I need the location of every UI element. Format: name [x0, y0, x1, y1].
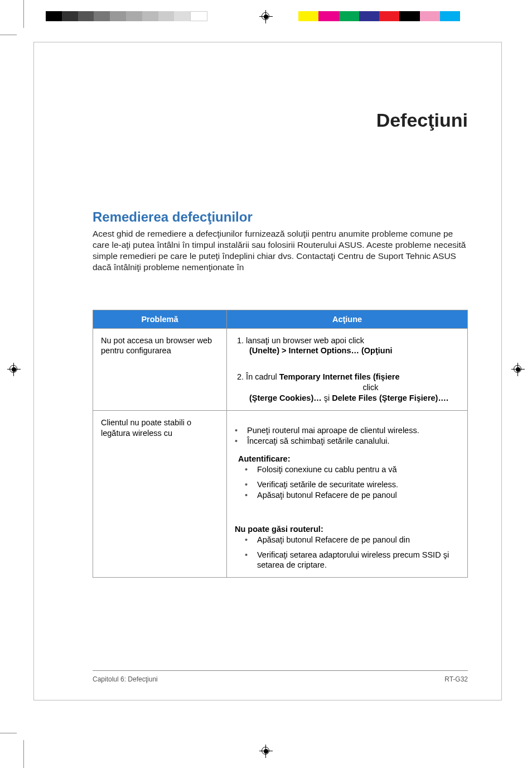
table-row: Clientul nu poate stabili o legătura wir… [93, 410, 468, 577]
registration-mark-icon [259, 10, 273, 23]
sub-heading: Autentificare: [238, 454, 460, 464]
chapter-title: Defecţiuni [34, 109, 468, 131]
crop-mark [23, 0, 24, 28]
registration-mark-icon [259, 745, 273, 758]
table-header-problem: Problemă [93, 310, 227, 328]
step-text: 1. lansaţi un browser web apoi click [237, 336, 364, 345]
step-bold: (Unelte) > Internet Options… (Opţiuni [249, 346, 393, 355]
step-bold: (Şterge Cookies)… [249, 393, 322, 402]
step-text: click [282, 382, 460, 393]
crop-mark [0, 35, 17, 35]
table-row: Nu pot accesa un browser web pentru conf… [93, 328, 468, 410]
step-1: 1. lansaţi un browser web apoi click (Un… [237, 335, 460, 357]
list-item: •Încercaţi să schimbaţi setările canalul… [235, 436, 460, 447]
registration-mark-icon [511, 363, 525, 376]
list-item: •Apăsaţi butonul Refacere de pe panoul d… [245, 535, 460, 545]
page-footer: Capitolul 6: Defecţiuni RT-G32 [93, 670, 468, 683]
section-title: Remedierea defecţiunilor [93, 209, 468, 225]
action-cell: •Puneţi routerul mai aproape de clientul… [227, 410, 468, 577]
troubleshooting-table: Problemă Acţiune Nu pot accesa un browse… [93, 310, 468, 578]
problem-cell: Nu pot accesa un browser web pentru conf… [93, 328, 227, 410]
sub-heading: Nu poate găsi routerul: [235, 524, 460, 535]
step-bold: Delete Files (Şterge Fişiere)…. [332, 393, 448, 402]
grayscale-bar [46, 11, 207, 21]
registration-mark-icon [7, 363, 21, 376]
section: Remedierea defecţiunilor Acest ghid de r… [93, 209, 468, 578]
footer-chapter: Capitolul 6: Defecţiuni [93, 675, 158, 683]
page-content: Defecţiuni Remedierea defecţiunilor Aces… [33, 42, 502, 700]
step-text: şi [322, 393, 332, 402]
footer-model: RT-G32 [444, 675, 468, 683]
table-header-action: Acţiune [227, 310, 468, 328]
problem-cell: Clientul nu poate stabili o legătura wir… [93, 410, 227, 577]
action-cell: 1. lansaţi un browser web apoi click (Un… [227, 328, 468, 410]
list-item: •Apăsaţi butonul Refacere de pe panoul [245, 490, 460, 501]
step-line: (Şterge Cookies)… şi Delete Files (Şterg… [249, 393, 460, 404]
list-item: •Puneţi routerul mai aproape de clientul… [235, 425, 460, 436]
step-bold: Temporary Internet files (fişiere [279, 372, 400, 381]
step-text: 2. În cadrul [237, 372, 279, 381]
color-swatch-bar [298, 11, 460, 21]
list-item: •Verificaţi setarea adaptorului wireless… [245, 550, 460, 571]
page: Defecţiuni Remedierea defecţiunilor Aces… [0, 0, 532, 768]
intro-paragraph: Acest ghid de remediere a defecţiunilor … [93, 228, 468, 273]
crop-mark [23, 740, 24, 768]
list-item: •Folosiţi conexiune cu cablu pentru a vă [245, 464, 460, 475]
step-2: 2. În cadrul Temporary Internet files (f… [237, 372, 460, 404]
list-item: •Verificaţi setările de securitate wirel… [245, 479, 460, 490]
crop-mark [0, 733, 17, 733]
